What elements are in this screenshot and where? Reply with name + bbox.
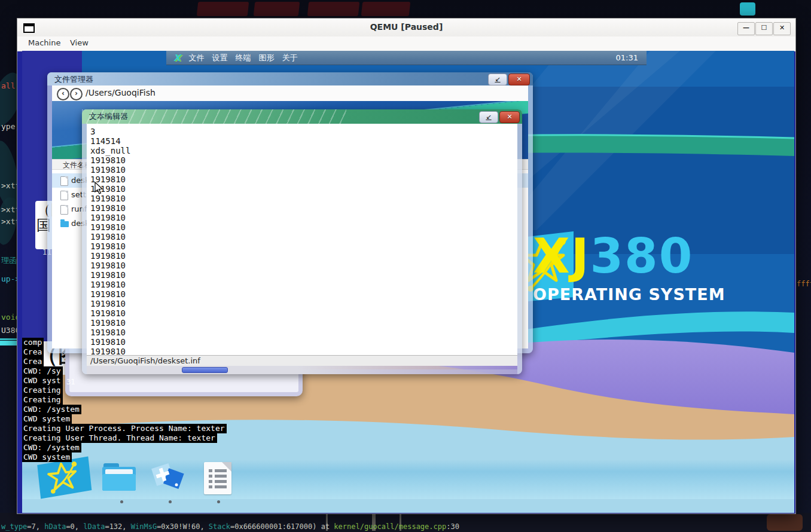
host-tray-icon [740,2,755,16]
editor-line: 1919810 [90,232,517,241]
editor-line: 1919810 [90,175,517,184]
qemu-close-button[interactable]: ✕ [773,22,791,35]
file-manager-titlebar[interactable]: 文件管理器 ↙ ✕ [47,72,533,85]
console-line: CWD system [22,414,72,424]
qemu-titlebar[interactable]: QEMU [Paused] — ☐ ✕ [17,19,795,37]
list-line [215,480,227,483]
console-line: Crea [22,357,44,366]
editor-line: 1919810 [90,337,517,347]
path-display[interactable]: /Users/GuoqiFish [86,88,156,97]
editor-line: 1919810 [90,270,517,280]
list-bullet [209,485,212,488]
vm-display[interactable]: XJ380 OPERATING SYSTEM X 文件设置终端图形关于 01:3… [22,51,794,513]
list-bullet [209,480,212,483]
console-fragment-through-glass: 31 [66,378,75,386]
file-type-icon [60,205,68,215]
dock-icon-xj380-launcher[interactable] [36,455,94,502]
editor-line: 1919810 [90,347,517,355]
brand-380-text: 380 [590,228,693,284]
close-button[interactable]: ✕ [499,111,520,123]
back-button[interactable]: ‹ [57,88,69,100]
console-line: comp [22,338,44,347]
forward-icon: › [75,89,78,97]
brand-subtitle-text: OPERATING SYSTEM [533,285,725,304]
vm-menu-item[interactable]: 设置 [212,53,228,63]
vm-clock: 01:31 [616,53,647,62]
menu-machine[interactable]: Machine [26,38,63,47]
console-line: Creating [22,386,63,395]
folder-front [102,474,136,491]
console-line: CWD: /system [22,443,81,452]
list-line [215,475,227,478]
text-editor-title: 文本编辑器 [89,111,128,122]
dock-running-dot [120,500,123,503]
qemu-menubar: Machine View [17,36,795,51]
mouse-cursor [94,182,103,197]
vm-menu-item[interactable]: 图形 [259,53,275,63]
host-wallpaper-art [307,2,360,16]
host-desktop: all' ype, >xtt >xtt >xtt 理函数 up-> void U… [0,0,811,532]
host-code-fragment: ffff [797,280,811,288]
file-type-icon [60,191,68,200]
vm-topbar-menu: 文件设置终端图形关于 [189,53,298,63]
editor-horizontal-scrollbar[interactable] [87,366,517,374]
wallpaper-brand: XJ380 OPERATING SYSTEM [520,229,725,304]
editor-line: 1919810 [90,241,517,251]
close-button[interactable]: ✕ [508,74,530,85]
host-wallpaper-art [361,2,411,16]
forward-button[interactable]: › [70,88,83,100]
dock-icon-notes-app[interactable] [204,462,231,494]
editor-line: 1919810 [90,194,517,203]
qemu-minimize-button[interactable]: — [737,22,755,35]
editor-line: 1919810 [90,280,517,289]
text-editor-window: 文本编辑器 ↙ ✕ 3114514xds_null191981019198101… [82,109,522,374]
console-line: CWD system [22,452,72,462]
editor-status-path: /Users/GuoqiFish/deskset.inf [90,356,200,365]
minimize-button[interactable]: ↙ [479,111,498,123]
editor-line: 1919810 [90,251,517,261]
dock-running-dot [217,500,220,503]
file-manager-title: 文件管理器 [54,74,93,85]
host-wallpaper-art [197,2,249,16]
file-type-icon [60,221,69,227]
vm-menu-item[interactable]: 文件 [189,53,205,63]
dock-icon-file-manager[interactable] [102,463,137,492]
editor-line: 1919810 [90,318,517,328]
console-line: CWD: /sy [22,366,63,376]
minimize-button[interactable]: ↙ [488,74,507,85]
close-icon: ✕ [779,24,785,32]
list-line [215,469,227,472]
vm-logo-icon: X [173,53,181,63]
editor-line: 1919810 [90,165,517,175]
dock-running-dot [169,500,172,503]
vm-menu-item[interactable]: 关于 [282,53,298,63]
qemu-maximize-button[interactable]: ☐ [755,22,773,35]
close-icon: ✕ [507,113,512,121]
console-line: CWD syst [22,376,63,386]
file-type-icon [60,176,68,186]
dock-icon-cross-app[interactable] [150,461,185,494]
qemu-window-title: QEMU [Paused] [17,22,795,32]
editor-line: 114514 [90,136,517,146]
minimize-icon: ↙ [486,113,491,121]
editor-line: 1919810 [90,308,517,318]
host-wallpaper-art [254,2,300,16]
editor-text-area[interactable]: 3114514xds_null1919810191981019198101919… [87,124,517,355]
text-editor-titlebar[interactable]: 文本编辑器 ↙ ✕ [82,109,522,124]
list-bullet [209,475,212,478]
vm-menu-item[interactable]: 终端 [236,53,251,63]
console-line: Creating User Thread. Thread Name: texte… [22,433,217,443]
vm-topbar: X 文件设置终端图形关于 01:31 [166,51,647,65]
console-line: CWD: /system [22,405,81,414]
editor-line: 1919810 [90,213,517,222]
editor-line: 1919810 [90,328,517,337]
editor-line: 1919810 [90,184,517,194]
host-log-line: w_type=7, hData=0, lData=132, WinMsG=0x3… [1,522,810,531]
close-icon: ✕ [516,75,522,83]
editor-line: 1919810 [90,155,517,165]
menu-view[interactable]: View [68,38,91,47]
list-bullet [209,469,212,472]
file-manager-navbar: ‹ › /Users/GuoqiFish [52,85,528,102]
editor-line: 1919810 [90,261,517,270]
scrollbar-thumb[interactable] [182,367,228,373]
